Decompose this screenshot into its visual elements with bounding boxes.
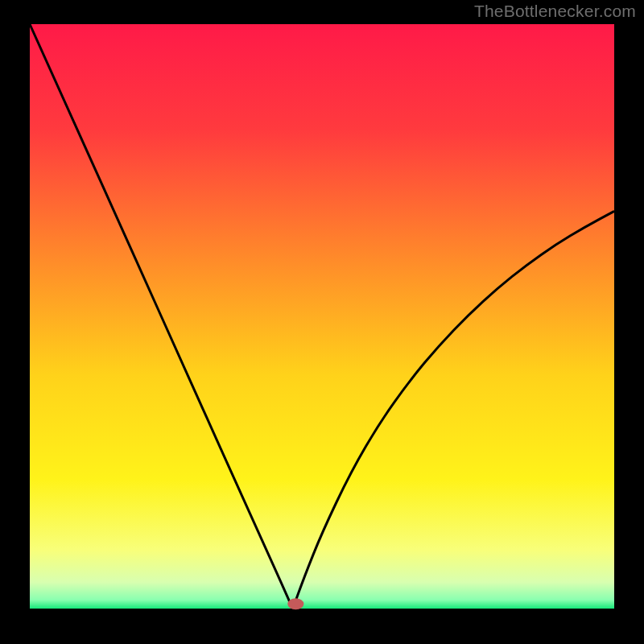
- chart-container: TheBottlenecker.com: [0, 0, 644, 644]
- optimal-point-marker: [287, 598, 303, 609]
- plot-area: [30, 24, 614, 609]
- watermark-label: TheBottlenecker.com: [474, 2, 636, 21]
- bottleneck-chart: [0, 0, 644, 644]
